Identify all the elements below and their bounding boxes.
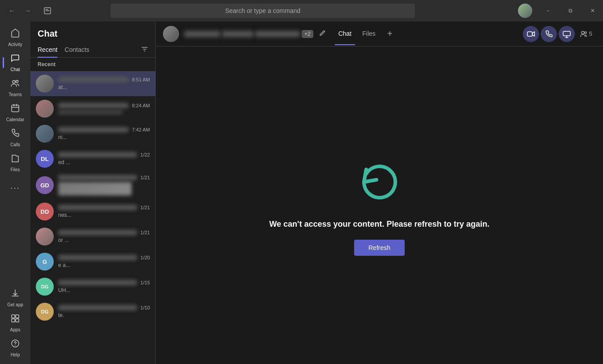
calls-icon: [10, 128, 20, 140]
share-screen-button[interactable]: [559, 26, 575, 42]
video-call-button[interactable]: [523, 26, 539, 42]
avatar: [36, 228, 54, 245]
tab-chat[interactable]: Chat: [335, 23, 355, 45]
chat-name-blur: [58, 175, 137, 180]
sidebar-item-more[interactable]: ···: [3, 175, 28, 200]
header-actions: 5: [523, 26, 596, 42]
sidebar-item-teams[interactable]: Teams: [3, 75, 28, 100]
svg-point-12: [582, 31, 584, 34]
refresh-icon: [357, 160, 402, 204]
getapp-label: Get app: [7, 302, 23, 307]
sidebar-item-apps[interactable]: Apps: [3, 310, 28, 335]
chat-preview: nes...: [58, 212, 150, 218]
sidebar-item-calendar[interactable]: Calendar: [3, 100, 28, 125]
chat-info: 1/22 ed ...: [58, 152, 150, 165]
calendar-label: Calendar: [6, 117, 25, 122]
list-item[interactable]: DG 1/15 UH...: [30, 274, 155, 299]
user-avatar[interactable]: [518, 4, 532, 18]
chat-time: 1/21: [141, 205, 150, 210]
participants-count: 5: [589, 30, 592, 37]
list-item[interactable]: GD 1/21: [30, 171, 155, 199]
chat-name-blur: [58, 280, 137, 285]
svg-rect-5: [16, 315, 19, 318]
avatar: DD: [36, 203, 54, 220]
list-item[interactable]: DG 1/10 te.: [30, 299, 155, 324]
chat-header: +2 Chat Files +: [156, 21, 603, 47]
svg-rect-11: [563, 31, 570, 36]
chat-info: 1/21 nes...: [58, 205, 150, 218]
edit-button[interactable]: [319, 30, 326, 38]
chat-preview: ni...: [58, 134, 150, 140]
chat-name-blur: [58, 127, 128, 132]
minimize-button[interactable]: −: [538, 4, 558, 18]
svg-rect-4: [12, 315, 15, 318]
tab-files[interactable]: Files: [359, 23, 379, 45]
list-item[interactable]: G 1/20 e a...: [30, 249, 155, 274]
chat-time: 8:51 AM: [132, 77, 150, 82]
recent-label: Recent: [30, 58, 155, 71]
chat-sidebar: Chat Recent Contacts Recent 8:51 AM: [30, 21, 156, 364]
participant-blur-1: [184, 31, 220, 37]
back-button[interactable]: ←: [5, 4, 18, 17]
svg-point-1: [13, 80, 15, 83]
close-button[interactable]: ✕: [582, 4, 603, 18]
avatar: G: [36, 253, 54, 271]
help-icon: [10, 339, 20, 351]
avatar: DG: [36, 278, 54, 296]
sidebar-item-files[interactable]: Files: [3, 150, 28, 175]
chat-time: 1/21: [141, 175, 150, 180]
sidebar-item-help[interactable]: Help: [3, 335, 28, 360]
chat-time: 1/22: [141, 152, 150, 157]
sidebar-item-getapp[interactable]: Get app: [3, 285, 28, 310]
svg-rect-6: [12, 319, 15, 322]
chat-name-blur: [58, 230, 137, 235]
main-content: +2 Chat Files +: [156, 21, 603, 364]
sidebar-tabs: Recent Contacts: [30, 42, 155, 58]
restore-button[interactable]: ⧉: [560, 4, 581, 18]
forward-button[interactable]: →: [21, 4, 34, 17]
chat-time: 1/20: [141, 255, 150, 260]
svg-rect-10: [527, 32, 532, 36]
chat-name-blur: [58, 205, 137, 210]
tab-contacts[interactable]: Contacts: [64, 42, 89, 58]
compose-button[interactable]: [41, 4, 54, 17]
sidebar-item-calls[interactable]: Calls: [3, 125, 28, 150]
avatar: [36, 75, 54, 93]
list-item[interactable]: 8:24 AM: [30, 96, 155, 121]
chat-body: We can't access your content. Please ref…: [156, 47, 603, 364]
teams-icon: [10, 78, 20, 90]
avatar: [36, 100, 54, 118]
sidebar-header: Chat: [30, 21, 155, 42]
chat-preview: te.: [58, 312, 150, 318]
sidebar-item-activity[interactable]: Activity: [3, 25, 28, 50]
left-nav: Activity Chat Teams: [0, 21, 30, 364]
list-item[interactable]: 8:51 AM at...: [30, 71, 155, 96]
participant-blur-2: [222, 31, 253, 37]
list-item[interactable]: 7:42 AM ni...: [30, 121, 155, 146]
files-icon: [10, 153, 20, 165]
plus-badge[interactable]: +2: [302, 30, 313, 38]
main-layout: Activity Chat Teams: [0, 21, 603, 364]
add-tab-button[interactable]: +: [383, 27, 397, 41]
avatar: DG: [36, 303, 54, 321]
audio-call-button[interactable]: [541, 26, 557, 42]
filter-button[interactable]: [141, 46, 148, 55]
search-input[interactable]: [111, 4, 415, 18]
avatar: [36, 125, 54, 143]
participants-button[interactable]: 5: [577, 29, 596, 39]
titlebar-right: − ⧉ ✕: [518, 4, 603, 18]
refresh-button[interactable]: Refresh: [354, 240, 405, 256]
chat-list: 8:51 AM at... 8:24 AM: [30, 71, 155, 364]
list-item[interactable]: DD 1/21 nes...: [30, 199, 155, 224]
tab-recent[interactable]: Recent: [38, 42, 57, 58]
help-label: Help: [11, 352, 20, 357]
chat-name-blur: [58, 305, 137, 310]
chat-info: 1/21: [58, 175, 150, 195]
chat-name-blur: [58, 77, 128, 82]
chat-icon: [10, 53, 20, 65]
list-item[interactable]: DL 1/22 ed ...: [30, 146, 155, 171]
sidebar-item-chat[interactable]: Chat: [3, 50, 28, 75]
apps-icon: [10, 313, 20, 326]
list-item[interactable]: 1/21 or ...: [30, 224, 155, 249]
svg-rect-3: [12, 105, 19, 112]
